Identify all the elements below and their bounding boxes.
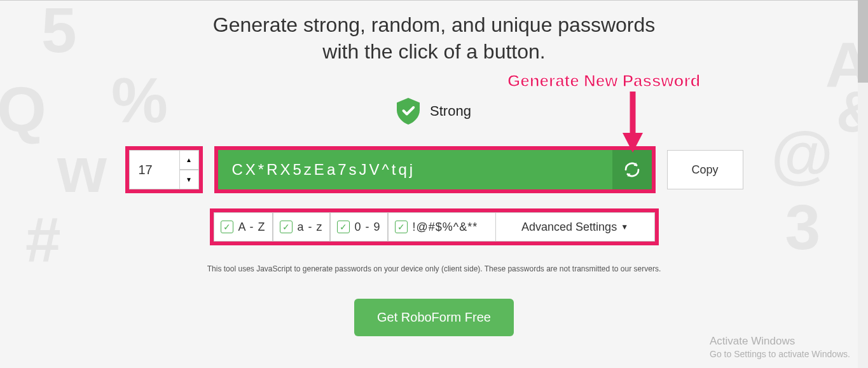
- option-uppercase-label: A - Z: [238, 221, 266, 234]
- strength-indicator: Strong: [0, 98, 868, 125]
- shield-icon: [397, 98, 420, 125]
- heading-line2: with the click of a button.: [0, 39, 868, 65]
- length-up-button[interactable]: ▲: [180, 150, 199, 170]
- options-row: ✓ A - Z ✓ a - z ✓ 0 - 9 ✓ !@#$%^&** Adva…: [210, 208, 659, 245]
- option-digits[interactable]: ✓ 0 - 9: [330, 212, 388, 242]
- advanced-settings-label: Advanced Settings: [521, 221, 617, 234]
- watermark-sub: Go to Settings to activate Windows.: [710, 349, 850, 359]
- watermark-title: Activate Windows: [710, 335, 850, 348]
- option-uppercase[interactable]: ✓ A - Z: [214, 212, 273, 242]
- option-digits-label: 0 - 9: [355, 221, 381, 234]
- option-lowercase[interactable]: ✓ a - z: [273, 212, 330, 242]
- svg-marker-1: [623, 133, 643, 153]
- refresh-icon: [623, 160, 642, 179]
- length-input[interactable]: 17: [129, 150, 180, 189]
- annotation-arrow-icon: [620, 92, 645, 153]
- advanced-settings-button[interactable]: Advanced Settings ▼: [496, 212, 655, 242]
- option-lowercase-label: a - z: [298, 221, 323, 234]
- windows-activation-watermark: Activate Windows Go to Settings to activ…: [710, 335, 850, 359]
- password-container: CX*RX5zEa7sJV^tqj: [214, 146, 656, 193]
- length-down-button[interactable]: ▼: [180, 170, 199, 189]
- copy-button[interactable]: Copy: [667, 150, 743, 189]
- check-icon: ✓: [395, 221, 408, 233]
- heading-line1: Generate strong, random, and unique pass…: [0, 12, 868, 39]
- get-roboform-button[interactable]: Get RoboForm Free: [354, 299, 514, 336]
- top-rule: [0, 0, 868, 1]
- check-icon: ✓: [280, 221, 293, 233]
- check-icon: ✓: [337, 221, 350, 233]
- regenerate-button[interactable]: [612, 150, 652, 189]
- option-symbols[interactable]: ✓ !@#$%^&**: [388, 212, 496, 242]
- strength-label: Strong: [430, 103, 471, 119]
- password-output[interactable]: CX*RX5zEa7sJV^tqj: [218, 150, 612, 189]
- chevron-down-icon: ▼: [621, 222, 628, 231]
- check-icon: ✓: [221, 221, 233, 233]
- scrollbar-thumb[interactable]: [858, 0, 868, 83]
- length-control: 17 ▲ ▼: [125, 146, 203, 193]
- disclaimer-text: This tool uses JavaScript to generate pa…: [0, 264, 868, 273]
- option-symbols-value: !@#$%^&**: [413, 221, 478, 234]
- annotation-label: Generate New Password: [507, 71, 700, 91]
